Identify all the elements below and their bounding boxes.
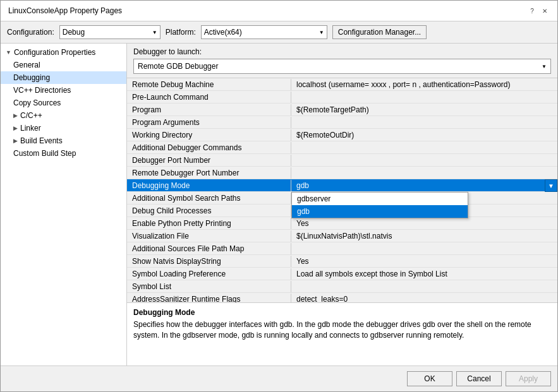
properties-table: Remote Debug Machinelocalhost (username=… bbox=[127, 78, 557, 302]
description-title: Debugging Mode bbox=[133, 308, 551, 317]
sidebar-item-debugging[interactable]: Debugging bbox=[1, 71, 126, 84]
prop-value-working-directory: $(RemoteOutDir) bbox=[291, 129, 557, 141]
table-row[interactable]: AddressSanitizer Runtime Flagsdetect_lea… bbox=[127, 293, 557, 302]
prop-value-enable-python-pretty-printing: Yes bbox=[291, 218, 557, 229]
apply-button[interactable]: Apply bbox=[506, 371, 551, 386]
debugger-launch-section: Debugger to launch: Remote GDB Debugger … bbox=[127, 44, 557, 78]
sidebar-item-custom-build[interactable]: Custom Build Step bbox=[1, 147, 126, 160]
table-row[interactable]: Program$(RemoteTargetPath) bbox=[127, 104, 557, 116]
sidebar: ▼Configuration PropertiesGeneralDebuggin… bbox=[1, 44, 127, 365]
prop-value-remote-debugger-port-number bbox=[291, 172, 557, 174]
close-button[interactable]: ✕ bbox=[540, 6, 550, 16]
description-text: Specifies how the debugger interfaces wi… bbox=[133, 319, 551, 341]
sidebar-item-label-config-props: Configuration Properties bbox=[14, 48, 95, 57]
prop-value-program: $(RemoteTargetPath) bbox=[291, 104, 557, 116]
prop-value-visualization-file: $(LinuxNatvisPath)\stl.natvis bbox=[291, 230, 557, 242]
table-row[interactable]: Visualization File$(LinuxNatvisPath)\stl… bbox=[127, 230, 557, 242]
prop-name-program: Program bbox=[127, 104, 291, 116]
sidebar-item-linker[interactable]: ▶Linker bbox=[1, 122, 126, 134]
prop-value-remote-debug-machine: localhost (username= xxxx , port= n , au… bbox=[291, 79, 557, 90]
sidebar-item-build-events[interactable]: ▶Build Events bbox=[1, 134, 126, 147]
prop-name-program-arguments: Program Arguments bbox=[127, 117, 291, 128]
prop-name-debug-child-processes: Debug Child Processes bbox=[127, 205, 291, 217]
table-row[interactable]: Remote Debugger Port Number bbox=[127, 167, 557, 179]
prop-value-addresssanitizer-runtime-flags: detect_leaks=0 bbox=[291, 294, 557, 303]
platform-chevron-icon: ▼ bbox=[319, 30, 324, 35]
debugger-launch-label: Debugger to launch: bbox=[133, 47, 551, 56]
prop-name-symbol-loading-preference: Symbol Loading Preference bbox=[127, 268, 291, 280]
prop-name-enable-python-pretty-printing: Enable Python Pretty Printing bbox=[127, 218, 291, 229]
table-row[interactable]: Working Directory$(RemoteOutDir) bbox=[127, 129, 557, 141]
platform-label: Platform: bbox=[166, 28, 196, 37]
prop-value-symbol-list bbox=[291, 285, 557, 288]
table-row[interactable]: Debugging Modegdb▼gdbservergdb bbox=[127, 179, 557, 192]
prop-name-additional-symbol-search-paths: Additional Symbol Search Paths bbox=[127, 193, 291, 204]
window-title: LinuxConsoleApp Property Pages bbox=[8, 6, 122, 15]
table-row[interactable]: Debugger Port Number bbox=[127, 154, 557, 167]
main-content: ▼Configuration PropertiesGeneralDebuggin… bbox=[1, 44, 557, 365]
prop-name-additional-debugger-commands: Additional Debugger Commands bbox=[127, 142, 291, 153]
prop-name-visualization-file: Visualization File bbox=[127, 230, 291, 242]
dropdown-option-gdbserver[interactable]: gdbserver bbox=[292, 193, 468, 205]
config-manager-button[interactable]: Configuration Manager... bbox=[332, 25, 427, 39]
button-bar: OK Cancel Apply bbox=[1, 365, 557, 391]
table-row[interactable]: Symbol Loading PreferenceLoad all symbol… bbox=[127, 268, 557, 280]
sidebar-item-cpp[interactable]: ▶C/C++ bbox=[1, 109, 126, 122]
description-panel: Debugging Mode Specifies how the debugge… bbox=[127, 302, 557, 365]
sidebar-item-label-build-events: Build Events bbox=[20, 136, 63, 145]
title-bar-buttons: ? ✕ bbox=[527, 6, 550, 16]
prop-value-debugging-mode: gdb bbox=[291, 180, 557, 191]
help-button[interactable]: ? bbox=[527, 6, 537, 16]
table-row[interactable]: Program Arguments bbox=[127, 116, 557, 129]
prop-value-show-natvis-displaystring: Yes bbox=[291, 256, 557, 267]
prop-name-pre-launch-command: Pre-Launch Command bbox=[127, 92, 291, 103]
prop-name-additional-sources-file-path-map: Additional Sources File Path Map bbox=[127, 243, 291, 254]
sidebar-item-label-linker: Linker bbox=[20, 124, 41, 133]
sidebar-item-copy-sources[interactable]: Copy Sources bbox=[1, 97, 126, 109]
prop-value-program-arguments bbox=[291, 121, 557, 124]
right-panel: Debugger to launch: Remote GDB Debugger … bbox=[127, 44, 557, 365]
collapse-icon: ▼ bbox=[6, 49, 11, 56]
sidebar-item-label-general: General bbox=[13, 61, 40, 69]
dropdown-option-gdb[interactable]: gdb bbox=[292, 205, 468, 218]
sidebar-item-label-cpp: C/C++ bbox=[20, 111, 42, 120]
dropdown-arrow-icon[interactable]: ▼ bbox=[545, 179, 557, 192]
sidebar-item-label-copy-sources: Copy Sources bbox=[13, 98, 61, 107]
sidebar-item-label-custom-build: Custom Build Step bbox=[13, 149, 76, 158]
sidebar-item-config-props[interactable]: ▼Configuration Properties bbox=[1, 46, 126, 59]
sidebar-item-label-vc-dirs: VC++ Directories bbox=[13, 86, 71, 95]
prop-value-debugger-port-number bbox=[291, 159, 557, 162]
prop-name-symbol-list: Symbol List bbox=[127, 281, 291, 292]
table-row[interactable]: Enable Python Pretty PrintingYes bbox=[127, 217, 557, 230]
expand-icon: ▶ bbox=[13, 138, 18, 144]
table-row[interactable]: Show Natvis DisplayStringYes bbox=[127, 255, 557, 268]
prop-value-additional-sources-file-path-map bbox=[291, 247, 557, 250]
ok-button[interactable]: OK bbox=[407, 371, 452, 386]
table-row[interactable]: Symbol List bbox=[127, 280, 557, 293]
config-bar: Configuration: Debug ▼ Platform: Active(… bbox=[1, 21, 557, 44]
prop-name-remote-debug-machine: Remote Debug Machine bbox=[127, 79, 291, 90]
sidebar-item-label-debugging: Debugging bbox=[13, 73, 50, 82]
prop-name-show-natvis-displaystring: Show Natvis DisplayString bbox=[127, 256, 291, 267]
debugger-launch-select[interactable]: Remote GDB Debugger ▼ bbox=[133, 59, 551, 74]
sidebar-item-vc-dirs[interactable]: VC++ Directories bbox=[1, 84, 126, 97]
platform-select[interactable]: Active(x64) ▼ bbox=[201, 25, 327, 39]
cancel-button[interactable]: Cancel bbox=[456, 371, 502, 386]
table-row[interactable]: Remote Debug Machinelocalhost (username=… bbox=[127, 78, 557, 91]
table-row[interactable]: Additional Debugger Commands bbox=[127, 141, 557, 154]
configuration-select[interactable]: Debug ▼ bbox=[59, 25, 161, 39]
title-bar: LinuxConsoleApp Property Pages ? ✕ bbox=[1, 1, 557, 21]
table-row[interactable]: Pre-Launch Command bbox=[127, 91, 557, 104]
prop-name-debugger-port-number: Debugger Port Number bbox=[127, 155, 291, 166]
table-row[interactable]: Additional Sources File Path Map bbox=[127, 242, 557, 255]
property-pages-window: LinuxConsoleApp Property Pages ? ✕ Confi… bbox=[0, 0, 558, 392]
prop-name-debugging-mode: Debugging Mode bbox=[127, 180, 291, 191]
prop-value-pre-launch-command bbox=[291, 96, 557, 98]
sidebar-item-general[interactable]: General bbox=[1, 59, 126, 71]
prop-name-remote-debugger-port-number: Remote Debugger Port Number bbox=[127, 167, 291, 179]
expand-icon: ▶ bbox=[13, 112, 18, 119]
debugging-mode-dropdown: gdbservergdb bbox=[291, 192, 468, 218]
expand-icon: ▶ bbox=[13, 125, 18, 131]
prop-name-working-directory: Working Directory bbox=[127, 129, 291, 141]
debugger-launch-chevron-icon: ▼ bbox=[542, 64, 547, 69]
